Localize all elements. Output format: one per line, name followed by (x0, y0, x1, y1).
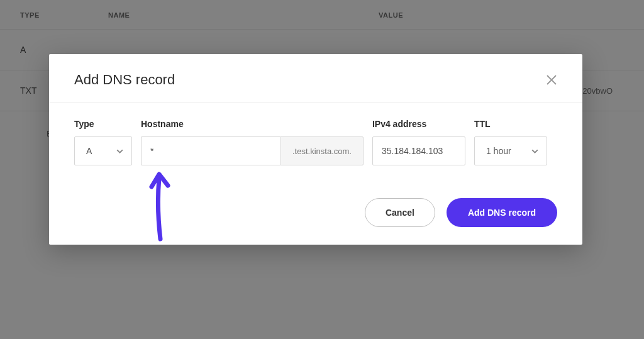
hostname-suffix: .test.kinsta.com. (280, 136, 364, 165)
ipv4-input[interactable] (372, 136, 465, 165)
type-select[interactable]: A (74, 136, 132, 165)
hostname-label: Hostname (141, 119, 364, 129)
chevron-down-icon (116, 147, 124, 155)
chevron-down-icon (531, 147, 539, 155)
hostname-input[interactable] (141, 136, 280, 165)
add-dns-record-modal: Add DNS record Type A Hostname .test.kin… (49, 54, 582, 245)
close-icon[interactable] (546, 74, 557, 86)
cancel-button[interactable]: Cancel (365, 198, 435, 227)
add-record-button[interactable]: Add DNS record (447, 198, 557, 227)
ttl-select[interactable]: 1 hour (474, 136, 547, 165)
type-label: Type (74, 119, 132, 129)
type-value: A (86, 146, 92, 156)
ttl-value: 1 hour (486, 146, 511, 156)
modal-title: Add DNS record (74, 72, 175, 88)
ttl-label: TTL (474, 119, 547, 129)
ipv4-label: IPv4 address (372, 119, 465, 129)
